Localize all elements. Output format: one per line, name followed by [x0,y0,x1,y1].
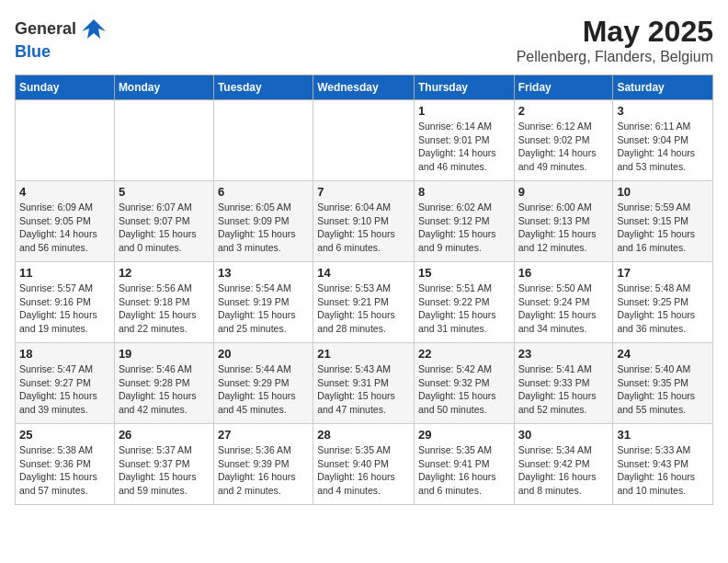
calendar-cell: 29Sunrise: 5:35 AMSunset: 9:41 PMDayligh… [414,424,514,505]
day-number: 6 [218,185,309,199]
day-info: Sunrise: 6:05 AMSunset: 9:09 PMDaylight:… [218,201,309,255]
day-number: 31 [617,428,709,442]
day-info: Sunrise: 5:36 AMSunset: 9:39 PMDaylight:… [218,443,309,498]
calendar-cell [16,100,115,181]
calendar-week-row: 1Sunrise: 6:14 AMSunset: 9:01 PMDaylight… [16,100,713,181]
day-number: 2 [518,104,609,118]
calendar-cell: 30Sunrise: 5:34 AMSunset: 9:42 PMDayligh… [514,424,613,505]
calendar-cell: 12Sunrise: 5:56 AMSunset: 9:18 PMDayligh… [114,262,213,343]
calendar-cell [213,100,313,181]
day-info: Sunrise: 5:40 AMSunset: 9:35 PMDaylight:… [617,362,709,417]
day-info: Sunrise: 5:37 AMSunset: 9:37 PMDaylight:… [119,443,210,498]
calendar-cell: 10Sunrise: 5:59 AMSunset: 9:15 PMDayligh… [613,181,713,262]
calendar-cell: 13Sunrise: 5:54 AMSunset: 9:19 PMDayligh… [213,262,313,343]
day-number: 18 [19,347,110,361]
day-number: 17 [617,266,709,280]
calendar-cell: 1Sunrise: 6:14 AMSunset: 9:01 PMDaylight… [414,100,514,181]
calendar-cell: 19Sunrise: 5:46 AMSunset: 9:28 PMDayligh… [114,343,213,424]
day-info: Sunrise: 5:47 AMSunset: 9:27 PMDaylight:… [19,362,110,417]
day-info: Sunrise: 5:54 AMSunset: 9:19 PMDaylight:… [218,282,309,336]
day-number: 24 [617,347,709,361]
day-number: 15 [418,266,510,280]
day-number: 19 [119,347,210,361]
day-number: 9 [518,185,609,199]
col-header-tuesday: Tuesday [213,75,313,100]
calendar-cell: 6Sunrise: 6:05 AMSunset: 9:09 PMDaylight… [213,181,313,262]
day-info: Sunrise: 5:35 AMSunset: 9:40 PMDaylight:… [317,443,410,498]
day-number: 23 [518,347,609,361]
calendar-cell: 2Sunrise: 6:12 AMSunset: 9:02 PMDaylight… [514,100,613,181]
calendar-cell: 16Sunrise: 5:50 AMSunset: 9:24 PMDayligh… [514,262,613,343]
col-header-saturday: Saturday [613,75,713,100]
day-number: 12 [119,266,210,280]
day-info: Sunrise: 6:04 AMSunset: 9:10 PMDaylight:… [317,201,410,255]
day-number: 3 [617,104,709,118]
calendar-cell: 24Sunrise: 5:40 AMSunset: 9:35 PMDayligh… [613,343,713,424]
day-info: Sunrise: 5:33 AMSunset: 9:43 PMDaylight:… [617,443,709,498]
day-info: Sunrise: 5:57 AMSunset: 9:16 PMDaylight:… [19,282,110,336]
col-header-monday: Monday [114,75,213,100]
day-number: 4 [19,185,110,199]
day-info: Sunrise: 6:11 AMSunset: 9:04 PMDaylight:… [617,120,709,174]
calendar-cell: 20Sunrise: 5:44 AMSunset: 9:29 PMDayligh… [213,343,313,424]
day-info: Sunrise: 6:00 AMSunset: 9:13 PMDaylight:… [518,201,609,255]
day-number: 16 [518,266,609,280]
day-number: 25 [19,428,110,442]
day-info: Sunrise: 5:35 AMSunset: 9:41 PMDaylight:… [418,443,510,498]
calendar-cell: 15Sunrise: 5:51 AMSunset: 9:22 PMDayligh… [414,262,514,343]
svg-marker-0 [82,19,106,39]
calendar-cell: 27Sunrise: 5:36 AMSunset: 9:39 PMDayligh… [213,424,313,505]
calendar-cell: 28Sunrise: 5:35 AMSunset: 9:40 PMDayligh… [313,424,415,505]
calendar-cell: 4Sunrise: 6:09 AMSunset: 9:05 PMDaylight… [16,181,115,262]
day-number: 13 [218,266,309,280]
day-number: 22 [418,347,510,361]
calendar-cell: 26Sunrise: 5:37 AMSunset: 9:37 PMDayligh… [114,424,213,505]
day-info: Sunrise: 5:38 AMSunset: 9:36 PMDaylight:… [19,443,110,498]
calendar-cell: 7Sunrise: 6:04 AMSunset: 9:10 PMDaylight… [313,181,415,262]
calendar-week-row: 4Sunrise: 6:09 AMSunset: 9:05 PMDaylight… [16,181,713,262]
logo: General Blue [15,15,108,62]
calendar-cell: 21Sunrise: 5:43 AMSunset: 9:31 PMDayligh… [313,343,415,424]
logo-general-text: General [15,19,76,39]
calendar-cell: 31Sunrise: 5:33 AMSunset: 9:43 PMDayligh… [613,424,713,505]
calendar-cell: 14Sunrise: 5:53 AMSunset: 9:21 PMDayligh… [313,262,415,343]
day-info: Sunrise: 5:41 AMSunset: 9:33 PMDaylight:… [518,362,609,417]
col-header-friday: Friday [514,75,613,100]
day-number: 20 [218,347,309,361]
day-number: 7 [317,185,410,199]
col-header-sunday: Sunday [16,75,115,100]
calendar-header-row: SundayMondayTuesdayWednesdayThursdayFrid… [16,75,713,100]
calendar-table: SundayMondayTuesdayWednesdayThursdayFrid… [15,75,713,505]
calendar-cell: 8Sunrise: 6:02 AMSunset: 9:12 PMDaylight… [414,181,514,262]
day-info: Sunrise: 6:07 AMSunset: 9:07 PMDaylight:… [119,201,210,255]
calendar-cell: 25Sunrise: 5:38 AMSunset: 9:36 PMDayligh… [16,424,115,505]
day-number: 8 [418,185,510,199]
day-number: 10 [617,185,709,199]
calendar-cell [114,100,213,181]
calendar-cell: 22Sunrise: 5:42 AMSunset: 9:32 PMDayligh… [414,343,514,424]
day-info: Sunrise: 5:59 AMSunset: 9:15 PMDaylight:… [617,201,709,255]
day-info: Sunrise: 5:48 AMSunset: 9:25 PMDaylight:… [617,282,709,336]
month-title: May 2025 [517,15,713,49]
day-info: Sunrise: 5:43 AMSunset: 9:31 PMDaylight:… [317,362,410,417]
day-number: 28 [317,428,410,442]
page-header: General Blue May 2025 Pellenberg, Flande… [15,15,713,65]
day-number: 30 [518,428,609,442]
day-info: Sunrise: 5:56 AMSunset: 9:18 PMDaylight:… [119,282,210,336]
calendar-cell: 11Sunrise: 5:57 AMSunset: 9:16 PMDayligh… [16,262,115,343]
calendar-week-row: 18Sunrise: 5:47 AMSunset: 9:27 PMDayligh… [16,343,713,424]
day-number: 29 [418,428,510,442]
calendar-cell [313,100,415,181]
calendar-cell: 17Sunrise: 5:48 AMSunset: 9:25 PMDayligh… [613,262,713,343]
day-info: Sunrise: 5:42 AMSunset: 9:32 PMDaylight:… [418,362,510,417]
day-info: Sunrise: 6:02 AMSunset: 9:12 PMDaylight:… [418,201,510,255]
day-number: 1 [418,104,510,118]
calendar-week-row: 25Sunrise: 5:38 AMSunset: 9:36 PMDayligh… [16,424,713,505]
title-area: May 2025 Pellenberg, Flanders, Belgium [517,15,713,65]
day-number: 14 [317,266,410,280]
day-number: 21 [317,347,410,361]
col-header-thursday: Thursday [414,75,514,100]
calendar-cell: 18Sunrise: 5:47 AMSunset: 9:27 PMDayligh… [16,343,115,424]
day-info: Sunrise: 5:51 AMSunset: 9:22 PMDaylight:… [418,282,510,336]
day-number: 26 [119,428,210,442]
